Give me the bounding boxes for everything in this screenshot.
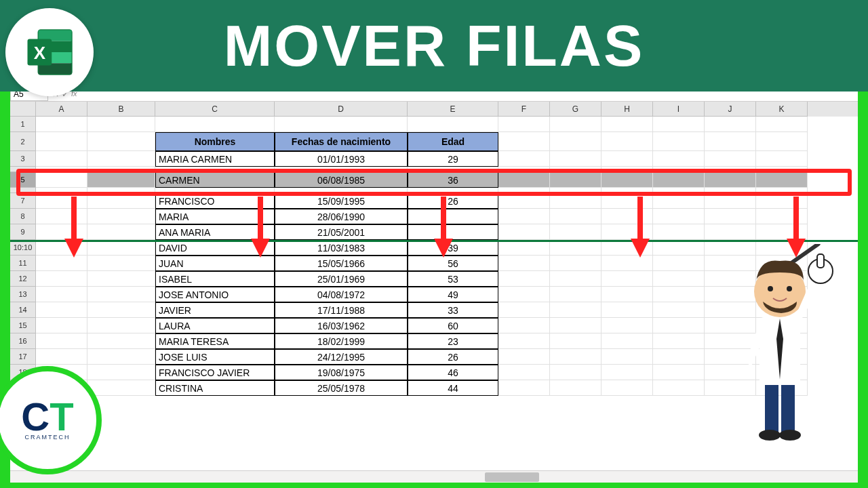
cell[interactable] xyxy=(653,188,705,193)
cell[interactable] xyxy=(601,188,653,193)
row-header[interactable]: 16 xyxy=(10,333,36,349)
cell[interactable] xyxy=(275,167,408,172)
cell[interactable]: 25/05/1978 xyxy=(275,380,408,396)
cell[interactable] xyxy=(498,224,550,240)
cell[interactable] xyxy=(653,132,705,151)
cell[interactable] xyxy=(653,172,705,188)
cell[interactable] xyxy=(498,256,550,271)
cell[interactable] xyxy=(87,224,155,240)
cell[interactable] xyxy=(653,151,705,167)
cell[interactable] xyxy=(601,172,653,188)
cell[interactable] xyxy=(653,349,705,365)
cell[interactable] xyxy=(87,188,155,193)
cell[interactable]: 15/09/1995 xyxy=(275,193,408,209)
cell[interactable] xyxy=(550,172,601,188)
cell[interactable] xyxy=(498,302,550,318)
cell[interactable] xyxy=(87,318,155,333)
cell[interactable] xyxy=(36,287,87,302)
row-header[interactable]: 2 xyxy=(10,132,36,151)
cell[interactable] xyxy=(155,117,275,132)
cell[interactable] xyxy=(601,349,653,365)
cell[interactable] xyxy=(756,132,808,151)
cell[interactable] xyxy=(705,167,756,172)
cell[interactable] xyxy=(498,287,550,302)
row-header[interactable]: 1 xyxy=(10,117,36,132)
col-header-g[interactable]: G xyxy=(550,102,601,117)
col-header-f[interactable]: F xyxy=(498,102,550,117)
cell[interactable]: 19/08/1975 xyxy=(275,365,408,380)
cell[interactable]: ISABEL xyxy=(155,271,275,287)
row-header[interactable]: 8 xyxy=(10,209,36,224)
cell[interactable] xyxy=(653,271,705,287)
cell[interactable]: FRANCISCO JAVIER xyxy=(155,365,275,380)
table-row[interactable]: 3MARIA CARMEN01/01/199329 xyxy=(10,151,858,167)
cell[interactable] xyxy=(36,318,87,333)
cell[interactable] xyxy=(498,209,550,224)
cell[interactable] xyxy=(87,240,155,256)
cell[interactable] xyxy=(653,224,705,240)
cell[interactable]: 53 xyxy=(408,271,498,287)
cell[interactable]: 49 xyxy=(408,287,498,302)
cell[interactable] xyxy=(653,256,705,271)
cell[interactable] xyxy=(653,365,705,380)
cell[interactable] xyxy=(87,302,155,318)
cell[interactable] xyxy=(498,380,550,396)
cell[interactable] xyxy=(87,117,155,132)
col-header-a[interactable]: A xyxy=(36,102,87,117)
cell[interactable] xyxy=(601,132,653,151)
col-header-d[interactable]: D xyxy=(275,102,408,117)
cell[interactable] xyxy=(408,188,498,193)
row-header[interactable]: 11 xyxy=(10,256,36,271)
cell[interactable] xyxy=(36,349,87,365)
cell[interactable] xyxy=(36,151,87,167)
cell[interactable] xyxy=(87,132,155,151)
cell[interactable] xyxy=(87,172,155,188)
cell[interactable] xyxy=(601,287,653,302)
col-header-h[interactable]: H xyxy=(601,102,653,117)
cell[interactable] xyxy=(36,302,87,318)
cell[interactable] xyxy=(653,167,705,172)
cell[interactable] xyxy=(653,333,705,349)
cell[interactable]: CRISTINA xyxy=(155,380,275,396)
row-header[interactable] xyxy=(10,188,36,193)
cell[interactable] xyxy=(498,151,550,167)
cell[interactable] xyxy=(550,209,601,224)
cell[interactable] xyxy=(550,380,601,396)
cell[interactable] xyxy=(653,318,705,333)
cell[interactable] xyxy=(498,172,550,188)
cell[interactable] xyxy=(601,271,653,287)
cell[interactable] xyxy=(87,287,155,302)
cell[interactable] xyxy=(550,287,601,302)
cell[interactable] xyxy=(498,188,550,193)
cell[interactable] xyxy=(408,224,498,240)
cell[interactable]: LAURA xyxy=(155,318,275,333)
cell[interactable]: 36 xyxy=(408,172,498,188)
cell[interactable]: Fechas de nacimiento xyxy=(275,132,408,151)
cell[interactable] xyxy=(601,318,653,333)
cell[interactable] xyxy=(87,209,155,224)
cell[interactable]: 28/06/1990 xyxy=(275,209,408,224)
cell[interactable]: 24/12/1995 xyxy=(275,349,408,365)
cell[interactable] xyxy=(550,193,601,209)
cell[interactable] xyxy=(601,365,653,380)
cell[interactable]: 46 xyxy=(408,365,498,380)
cell[interactable] xyxy=(498,333,550,349)
cell[interactable] xyxy=(550,224,601,240)
row-header[interactable]: 14 xyxy=(10,302,36,318)
cell[interactable]: 11/03/1983 xyxy=(275,240,408,256)
cell[interactable] xyxy=(653,117,705,132)
cell[interactable] xyxy=(36,167,87,172)
cell[interactable]: JOSE LUIS xyxy=(155,349,275,365)
cell[interactable]: 39 xyxy=(408,240,498,256)
cell[interactable]: 33 xyxy=(408,302,498,318)
cell[interactable] xyxy=(756,172,808,188)
cell[interactable]: 29 xyxy=(408,151,498,167)
cell[interactable] xyxy=(550,302,601,318)
row-header[interactable]: 15 xyxy=(10,318,36,333)
cell[interactable]: Nombres xyxy=(155,132,275,151)
row-header[interactable]: 17 xyxy=(10,349,36,365)
cell[interactable] xyxy=(498,132,550,151)
cell[interactable] xyxy=(705,209,756,224)
cell[interactable] xyxy=(498,318,550,333)
row-header[interactable]: 5 xyxy=(10,172,36,188)
